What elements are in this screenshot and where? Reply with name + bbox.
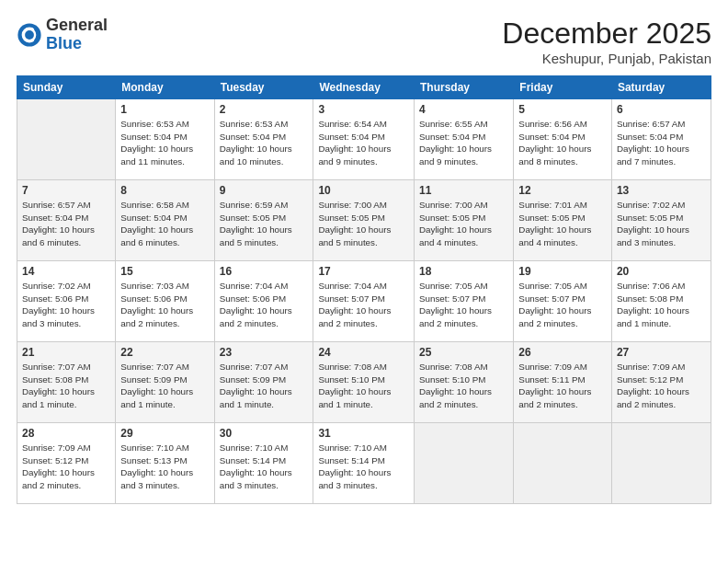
- day-number: 25: [419, 346, 508, 359]
- page: General Blue December 2025 Keshupur, Pun…: [0, 0, 728, 563]
- svg-point-2: [25, 30, 34, 40]
- day-cell: 5Sunrise: 6:56 AM Sunset: 5:04 PM Daylig…: [514, 99, 612, 180]
- day-number: 8: [120, 184, 209, 197]
- week-row-4: 21Sunrise: 7:07 AM Sunset: 5:08 PM Dayli…: [17, 342, 711, 423]
- day-cell: 22Sunrise: 7:07 AM Sunset: 5:09 PM Dayli…: [116, 342, 214, 423]
- day-cell: 25Sunrise: 7:08 AM Sunset: 5:10 PM Dayli…: [415, 342, 514, 423]
- day-number: 17: [318, 265, 409, 278]
- day-cell: [611, 423, 711, 504]
- day-number: 6: [617, 103, 706, 116]
- day-info: Sunrise: 7:00 AM Sunset: 5:05 PM Dayligh…: [318, 199, 409, 249]
- header: General Blue December 2025 Keshupur, Pun…: [17, 17, 711, 66]
- day-info: Sunrise: 7:09 AM Sunset: 5:11 PM Dayligh…: [518, 361, 607, 411]
- logo-icon: [17, 22, 42, 48]
- day-number: 26: [518, 346, 607, 359]
- day-info: Sunrise: 7:06 AM Sunset: 5:08 PM Dayligh…: [617, 280, 706, 330]
- day-cell: 14Sunrise: 7:02 AM Sunset: 5:06 PM Dayli…: [17, 261, 116, 342]
- day-cell: 16Sunrise: 7:04 AM Sunset: 5:06 PM Dayli…: [214, 261, 313, 342]
- week-row-1: 1Sunrise: 6:53 AM Sunset: 5:04 PM Daylig…: [17, 99, 711, 180]
- day-info: Sunrise: 7:01 AM Sunset: 5:05 PM Dayligh…: [518, 199, 607, 249]
- day-cell: 8Sunrise: 6:58 AM Sunset: 5:04 PM Daylig…: [116, 180, 214, 261]
- day-number: 19: [518, 265, 607, 278]
- day-cell: 2Sunrise: 6:53 AM Sunset: 5:04 PM Daylig…: [214, 99, 313, 180]
- day-number: 1: [120, 103, 209, 116]
- day-number: 16: [220, 265, 309, 278]
- day-number: 11: [419, 184, 508, 197]
- day-info: Sunrise: 7:04 AM Sunset: 5:06 PM Dayligh…: [220, 280, 309, 330]
- day-cell: 28Sunrise: 7:09 AM Sunset: 5:12 PM Dayli…: [17, 423, 116, 504]
- day-cell: 20Sunrise: 7:06 AM Sunset: 5:08 PM Dayli…: [611, 261, 711, 342]
- day-number: 30: [220, 427, 309, 440]
- logo-general-text: General: [46, 17, 108, 35]
- day-info: Sunrise: 6:56 AM Sunset: 5:04 PM Dayligh…: [518, 118, 607, 168]
- day-number: 14: [22, 265, 110, 278]
- day-cell: 21Sunrise: 7:07 AM Sunset: 5:08 PM Dayli…: [17, 342, 116, 423]
- day-number: 13: [617, 184, 706, 197]
- day-cell: 4Sunrise: 6:55 AM Sunset: 5:04 PM Daylig…: [415, 99, 514, 180]
- logo-text: General Blue: [46, 17, 108, 53]
- day-cell: 11Sunrise: 7:00 AM Sunset: 5:05 PM Dayli…: [415, 180, 514, 261]
- day-number: 2: [220, 103, 309, 116]
- day-cell: 17Sunrise: 7:04 AM Sunset: 5:07 PM Dayli…: [313, 261, 415, 342]
- day-number: 22: [120, 346, 209, 359]
- day-info: Sunrise: 7:05 AM Sunset: 5:07 PM Dayligh…: [518, 280, 607, 330]
- day-number: 27: [617, 346, 706, 359]
- day-cell: 3Sunrise: 6:54 AM Sunset: 5:04 PM Daylig…: [313, 99, 415, 180]
- day-info: Sunrise: 7:09 AM Sunset: 5:12 PM Dayligh…: [617, 361, 706, 411]
- header-monday: Monday: [116, 76, 214, 99]
- header-friday: Friday: [514, 76, 612, 99]
- day-cell: 9Sunrise: 6:59 AM Sunset: 5:05 PM Daylig…: [214, 180, 313, 261]
- day-cell: 19Sunrise: 7:05 AM Sunset: 5:07 PM Dayli…: [514, 261, 612, 342]
- day-info: Sunrise: 7:04 AM Sunset: 5:07 PM Dayligh…: [318, 280, 409, 330]
- day-info: Sunrise: 6:57 AM Sunset: 5:04 PM Dayligh…: [617, 118, 706, 168]
- day-info: Sunrise: 7:07 AM Sunset: 5:08 PM Dayligh…: [22, 361, 110, 411]
- calendar-header-row: SundayMondayTuesdayWednesdayThursdayFrid…: [17, 76, 711, 99]
- day-info: Sunrise: 7:10 AM Sunset: 5:14 PM Dayligh…: [318, 442, 409, 492]
- day-info: Sunrise: 7:00 AM Sunset: 5:05 PM Dayligh…: [419, 199, 508, 249]
- day-number: 28: [22, 427, 110, 440]
- day-cell: 30Sunrise: 7:10 AM Sunset: 5:14 PM Dayli…: [214, 423, 313, 504]
- header-wednesday: Wednesday: [313, 76, 415, 99]
- week-row-5: 28Sunrise: 7:09 AM Sunset: 5:12 PM Dayli…: [17, 423, 711, 504]
- day-cell: 13Sunrise: 7:02 AM Sunset: 5:05 PM Dayli…: [611, 180, 711, 261]
- day-info: Sunrise: 6:58 AM Sunset: 5:04 PM Dayligh…: [120, 199, 209, 249]
- day-info: Sunrise: 7:10 AM Sunset: 5:13 PM Dayligh…: [120, 442, 209, 492]
- day-info: Sunrise: 6:53 AM Sunset: 5:04 PM Dayligh…: [220, 118, 309, 168]
- day-number: 9: [220, 184, 309, 197]
- day-number: 12: [518, 184, 607, 197]
- day-cell: 23Sunrise: 7:07 AM Sunset: 5:09 PM Dayli…: [214, 342, 313, 423]
- day-number: 24: [318, 346, 409, 359]
- day-number: 20: [617, 265, 706, 278]
- week-row-2: 7Sunrise: 6:57 AM Sunset: 5:04 PM Daylig…: [17, 180, 711, 261]
- day-number: 18: [419, 265, 508, 278]
- day-info: Sunrise: 7:02 AM Sunset: 5:05 PM Dayligh…: [617, 199, 706, 249]
- day-info: Sunrise: 7:07 AM Sunset: 5:09 PM Dayligh…: [220, 361, 309, 411]
- day-number: 4: [419, 103, 508, 116]
- logo-blue-text: Blue: [46, 35, 108, 53]
- day-info: Sunrise: 7:09 AM Sunset: 5:12 PM Dayligh…: [22, 442, 110, 492]
- day-cell: [17, 99, 116, 180]
- week-row-3: 14Sunrise: 7:02 AM Sunset: 5:06 PM Dayli…: [17, 261, 711, 342]
- header-tuesday: Tuesday: [214, 76, 313, 99]
- day-number: 3: [318, 103, 409, 116]
- day-number: 29: [120, 427, 209, 440]
- day-number: 31: [318, 427, 409, 440]
- day-info: Sunrise: 6:55 AM Sunset: 5:04 PM Dayligh…: [419, 118, 508, 168]
- header-saturday: Saturday: [611, 76, 711, 99]
- day-number: 23: [220, 346, 309, 359]
- title-block: December 2025 Keshupur, Punjab, Pakistan: [502, 17, 711, 66]
- day-cell: 24Sunrise: 7:08 AM Sunset: 5:10 PM Dayli…: [313, 342, 415, 423]
- day-cell: 29Sunrise: 7:10 AM Sunset: 5:13 PM Dayli…: [116, 423, 214, 504]
- day-cell: 15Sunrise: 7:03 AM Sunset: 5:06 PM Dayli…: [116, 261, 214, 342]
- day-info: Sunrise: 6:54 AM Sunset: 5:04 PM Dayligh…: [318, 118, 409, 168]
- calendar: SundayMondayTuesdayWednesdayThursdayFrid…: [17, 75, 711, 504]
- day-info: Sunrise: 6:53 AM Sunset: 5:04 PM Dayligh…: [120, 118, 209, 168]
- day-info: Sunrise: 7:08 AM Sunset: 5:10 PM Dayligh…: [318, 361, 409, 411]
- day-info: Sunrise: 7:05 AM Sunset: 5:07 PM Dayligh…: [419, 280, 508, 330]
- day-cell: 12Sunrise: 7:01 AM Sunset: 5:05 PM Dayli…: [514, 180, 612, 261]
- day-number: 7: [22, 184, 110, 197]
- logo: General Blue: [17, 17, 108, 53]
- location: Keshupur, Punjab, Pakistan: [502, 51, 711, 66]
- day-info: Sunrise: 7:08 AM Sunset: 5:10 PM Dayligh…: [419, 361, 508, 411]
- day-number: 21: [22, 346, 110, 359]
